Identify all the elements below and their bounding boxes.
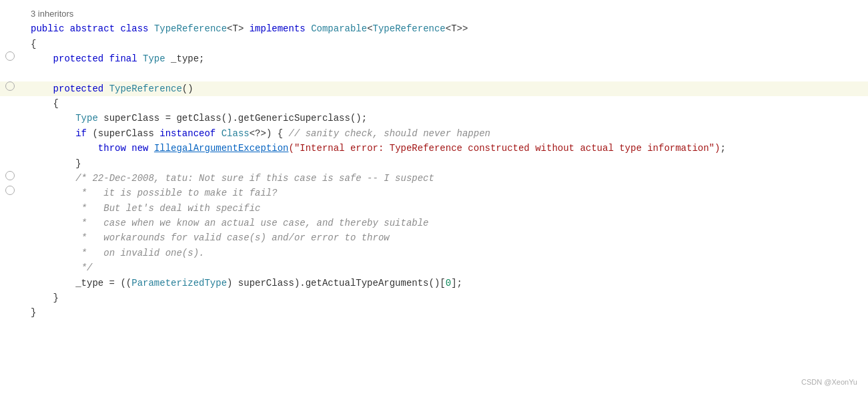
line-content: * on invalid one(s). (20, 246, 868, 260)
gutter-circle-icon[interactable] (5, 51, 15, 61)
class-name-token: Comparable (311, 23, 367, 34)
plain-token (31, 232, 81, 243)
code-line: * on invalid one(s). (0, 246, 868, 260)
kw-token: protected (53, 53, 104, 64)
kw-token: class (120, 23, 148, 34)
line-content: * But let's deal with specific (20, 201, 868, 216)
kw-token: throw (98, 143, 126, 154)
code-line: * But let's deal with specific (0, 201, 868, 216)
gutter-circle-icon[interactable] (5, 171, 15, 180)
plain-token (31, 262, 81, 273)
plain-token (31, 53, 53, 64)
code-line: */ (0, 260, 868, 275)
comment-token: * workarounds for valid case(s) and/or e… (81, 232, 390, 243)
plain-token (137, 53, 143, 64)
kw-token: public (31, 23, 64, 34)
plain-token (103, 53, 109, 64)
link-token[interactable]: IllegalArgumentException (154, 143, 289, 154)
plain-token (126, 143, 131, 154)
line-content: public abstract class TypeReference<T> i… (20, 21, 868, 36)
plain-token: ]; (451, 278, 462, 288)
line-content: } (20, 305, 868, 320)
line-content: } (20, 290, 868, 305)
plain-token: < (367, 23, 372, 34)
plain-token: _type; (165, 53, 205, 64)
line-content: throw new IllegalArgumentException("Inte… (20, 141, 868, 156)
gutter (0, 81, 20, 91)
plain-token (31, 128, 75, 139)
class-name-token: TypeReference (154, 23, 227, 34)
gutter-circle-icon[interactable] (5, 81, 15, 91)
line-content: 3 inheritors (20, 7, 868, 21)
number-token: 0 (446, 278, 451, 288)
watermark: CSDN @XeonYu (801, 377, 857, 389)
string-token: ("Internal error: TypeReference construc… (289, 143, 721, 154)
code-line: protected TypeReference() (0, 81, 868, 96)
code-line: } (0, 305, 868, 320)
code-line: if (superClass instanceof Class<?>) { //… (0, 126, 868, 141)
class-name-token: TypeReference (109, 83, 182, 94)
plain-token (148, 23, 153, 34)
line-content: _type = ((ParameterizedType) superClass)… (20, 276, 868, 290)
plain-token (148, 143, 153, 154)
plain-token (103, 83, 109, 94)
comment-token: * But let's deal with specific (81, 203, 261, 214)
plain-token (31, 143, 98, 154)
class-name-token: Class (222, 128, 250, 139)
comment-token: // sanity check, should never happen (289, 128, 490, 139)
code-container: 3 inheritorspublic abstract class TypeRe… (0, 0, 868, 394)
line-content: } (20, 156, 868, 171)
code-line: } (0, 156, 868, 171)
plain-token (31, 203, 81, 214)
plain-token (215, 128, 221, 139)
line-content: * workarounds for valid case(s) and/or e… (20, 230, 868, 245)
comment-token: */ (81, 262, 93, 273)
plain-token (31, 173, 75, 184)
plain-token: } (31, 158, 81, 169)
plain-token (31, 113, 75, 124)
comment-token: * on invalid one(s). (81, 248, 205, 258)
gutter-circle-icon[interactable] (5, 186, 15, 195)
code-line (0, 67, 868, 81)
class-name-token: Type (75, 113, 98, 124)
plain-token (31, 83, 53, 94)
kw-token: new (131, 143, 148, 154)
code-line: } (0, 290, 868, 305)
line-content: { (20, 37, 868, 51)
kw-token: abstract (70, 23, 115, 34)
line-content: * it is possible to make it fail? (20, 186, 868, 200)
gutter (0, 186, 20, 195)
comment-token: * it is possible to make it fail? (81, 188, 278, 198)
plain-token (31, 248, 81, 258)
kw-token: final (109, 53, 137, 64)
plain-token: ) superClass).getActualTypeArguments()[ (227, 278, 446, 288)
plain-token: <T> (227, 23, 250, 34)
class-name-token: ParameterizedType (131, 278, 227, 288)
code-line: _type = ((ParameterizedType) superClass)… (0, 276, 868, 290)
plain-token (31, 218, 81, 228)
comment-token: /* 22-Dec-2008, tatu: Not sure if this c… (75, 173, 434, 184)
code-line: /* 22-Dec-2008, tatu: Not sure if this c… (0, 171, 868, 186)
line-content: if (superClass instanceof Class<?>) { //… (20, 126, 868, 141)
plain-token: <?>) { (250, 128, 289, 139)
kw-token: instanceof (159, 128, 215, 139)
plain-token: superClass = getClass().getGenericSuperc… (98, 113, 367, 124)
line-content: */ (20, 260, 868, 275)
line-content: { (20, 96, 868, 111)
code-line: * workarounds for valid case(s) and/or e… (0, 230, 868, 245)
kw-token: implements (250, 23, 306, 34)
comment-token: * case when we know an actual use case, … (81, 218, 429, 228)
line-content: protected TypeReference() (20, 81, 868, 96)
code-line: Type superClass = getClass().getGenericS… (0, 111, 868, 126)
kw-token: if (75, 128, 87, 139)
plain-token (64, 23, 69, 34)
plain-token: } (31, 292, 59, 303)
plain-token: ; (720, 143, 725, 154)
gutter (0, 171, 20, 180)
code-line: protected final Type _type; (0, 51, 868, 66)
class-name-token: TypeReference (373, 23, 446, 34)
line-content: /* 22-Dec-2008, tatu: Not sure if this c… (20, 171, 868, 186)
code-line: 3 inheritors (0, 7, 868, 21)
code-line: { (0, 96, 868, 111)
plain-token: { (31, 98, 59, 109)
